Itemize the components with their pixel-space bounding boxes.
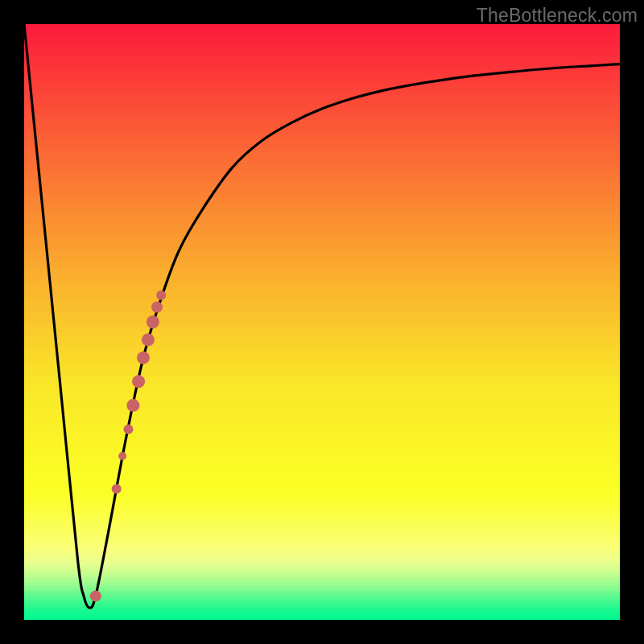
curve-marker [137,351,150,364]
curve-marker [142,333,155,346]
curve-marker [132,375,145,388]
watermark-text: TheBottleneck.com [477,5,638,27]
plot-area [24,24,620,620]
curve-marker [151,302,163,313]
curve-marker [112,484,122,493]
chart-frame: TheBottleneck.com [0,0,644,644]
curve-marker [118,452,126,460]
curve-marker [147,316,159,328]
curve-marker [90,590,101,601]
curve-marker [126,399,139,412]
marker-group [90,291,166,602]
curve-layer [24,24,620,620]
curve-marker [156,291,166,300]
curve-marker [124,424,134,434]
bottleneck-curve [24,24,620,608]
